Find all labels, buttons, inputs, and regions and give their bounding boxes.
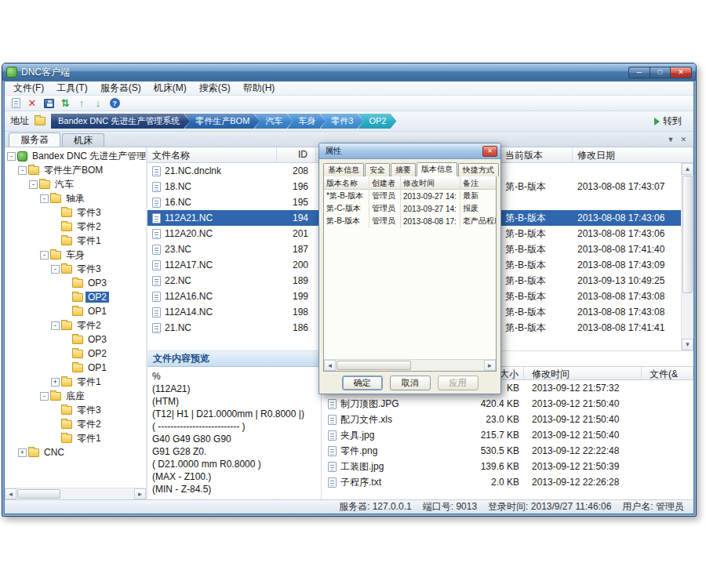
attachment-row[interactable]: 子程序.txt2.0 KB2013-09-12 22:26:28 xyxy=(322,474,693,490)
tree-node[interactable]: -Bandex DNC 先进生产管理系统 xyxy=(5,149,146,163)
go-button[interactable]: 转到 xyxy=(648,113,688,129)
dialog-column-note[interactable]: 备注 xyxy=(460,176,496,189)
dialog-horizontal-scrollbar[interactable]: ◄ ► xyxy=(324,359,496,371)
download-icon[interactable]: ↓ xyxy=(91,96,105,110)
column-header-filename[interactable]: 文件名称 xyxy=(147,147,277,162)
scroll-right-icon[interactable]: ► xyxy=(134,488,146,499)
attachment-row[interactable]: 制刀顶图.JPG420.4 KB2013-09-12 21:50:40 xyxy=(322,396,693,412)
tree-node[interactable]: 零件2 xyxy=(5,220,146,234)
tree-node[interactable]: +CNC xyxy=(5,445,146,459)
dialog-tab[interactable]: 安全 xyxy=(365,163,390,176)
tab-close-icon[interactable]: ✕ xyxy=(680,136,686,143)
minimize-button[interactable]: ─ xyxy=(628,67,650,78)
menu-item[interactable]: 服务器(S) xyxy=(94,81,147,96)
tree-node[interactable]: -汽车 xyxy=(5,177,146,191)
scroll-thumb[interactable] xyxy=(682,176,693,293)
apply-button[interactable]: 应用 xyxy=(438,376,479,390)
cancel-button[interactable]: 取消 xyxy=(390,376,431,390)
tree-node[interactable]: +零件1 xyxy=(5,375,146,389)
dialog-column-mtime[interactable]: 修改时间 xyxy=(401,176,460,189)
attachment-row[interactable]: 配刀文件.xls23.0 KB2013-09-12 21:50:40 xyxy=(322,412,693,427)
delete-icon[interactable]: ✕ xyxy=(25,96,39,110)
transfer-icon[interactable]: ⇅ xyxy=(58,96,72,110)
column-header-mtime[interactable]: 修改时间 xyxy=(524,367,642,379)
menu-item[interactable]: 文件(F) xyxy=(7,81,50,96)
menu-item[interactable]: 搜索(S) xyxy=(193,81,237,96)
scroll-thumb[interactable] xyxy=(337,361,411,370)
help-icon[interactable]: ? xyxy=(107,96,122,110)
tree-node[interactable]: -零件3 xyxy=(5,262,146,276)
tree-node[interactable]: 零件1 xyxy=(5,431,146,445)
scroll-left-icon[interactable]: ◄ xyxy=(5,488,16,499)
tree-node[interactable]: OP3 xyxy=(5,332,146,347)
column-header-modified-date[interactable]: 修改日期 xyxy=(573,147,693,162)
maximize-button[interactable]: □ xyxy=(650,67,671,78)
titlebar[interactable]: DNC客户端 ─ □ ✕ xyxy=(2,64,696,81)
attachment-row[interactable]: 夹具.jpg215.7 KB2013-09-12 21:50:40 xyxy=(322,427,693,443)
view-tab[interactable]: 机床 xyxy=(62,133,104,147)
save-icon[interactable] xyxy=(42,96,56,110)
tree-node[interactable]: 零件1 xyxy=(5,234,146,248)
scroll-right-icon[interactable]: ► xyxy=(484,360,496,371)
upload-icon[interactable]: ↑ xyxy=(75,96,89,110)
close-button[interactable]: ✕ xyxy=(671,67,692,78)
dialog-tab[interactable]: 快捷方式 xyxy=(458,163,499,176)
tree-node[interactable]: 零件2 xyxy=(5,417,146,431)
tree-node[interactable]: -轴承 xyxy=(5,191,146,205)
ok-button[interactable]: 确定 xyxy=(342,376,383,390)
menu-item[interactable]: 帮助(H) xyxy=(237,81,282,96)
breadcrumb-item[interactable]: 车身 xyxy=(287,114,326,129)
attachment-row[interactable]: 零件.png530.5 KB2013-09-12 22:22:48 xyxy=(322,443,693,459)
menu-item[interactable]: 工具(T) xyxy=(50,81,93,96)
collapse-icon[interactable]: - xyxy=(40,194,49,203)
menu-item[interactable]: 机床(M) xyxy=(147,81,193,96)
tree-node[interactable]: 零件3 xyxy=(5,403,146,417)
collapse-icon[interactable]: - xyxy=(29,180,38,189)
dialog-column-creator[interactable]: 创建者 xyxy=(369,176,401,189)
version-row[interactable]: 第-C-版本管理员2013-09-27 14:报废 xyxy=(324,202,496,215)
dialog-column-version-name[interactable]: 版本名称 xyxy=(324,176,369,189)
collapse-icon[interactable]: - xyxy=(51,321,60,330)
dialog-tab[interactable]: 版本信息 xyxy=(417,162,457,176)
version-row[interactable]: *第-B-版本管理员2013-09-27 14:最新 xyxy=(324,190,496,202)
collapse-icon[interactable]: - xyxy=(51,265,60,274)
column-header-current-version[interactable]: 当前版本 xyxy=(500,147,573,162)
tree-node[interactable]: -零件生产BOM xyxy=(5,163,146,177)
dialog-tab[interactable]: 基本信息 xyxy=(323,163,364,176)
tree-node[interactable]: -零件2 xyxy=(5,318,146,332)
version-row[interactable]: 第-B-版本管理员2013-08-08 17:老产品程序 xyxy=(324,215,496,227)
scroll-thumb[interactable] xyxy=(17,489,60,499)
expand-icon[interactable]: + xyxy=(51,378,60,387)
collapse-icon[interactable]: - xyxy=(40,392,49,401)
collapse-icon[interactable]: - xyxy=(40,251,49,260)
scroll-down-icon[interactable]: ▼ xyxy=(682,339,693,350)
dialog-close-button[interactable]: ✕ xyxy=(482,146,497,157)
attachment-row[interactable]: 工装图.jpg139.6 KB2013-09-12 21:50:39 xyxy=(322,459,693,474)
column-header-id[interactable]: ID xyxy=(277,147,316,162)
breadcrumb-item[interactable]: 零件3 xyxy=(320,114,363,129)
breadcrumb-item[interactable]: 汽车 xyxy=(254,114,293,129)
scroll-left-icon[interactable]: ◄ xyxy=(324,360,336,371)
breadcrumb-item[interactable]: 零件生产BOM xyxy=(184,114,260,129)
new-file-icon[interactable] xyxy=(9,96,23,110)
scroll-up-icon[interactable]: ▲ xyxy=(682,163,693,175)
expand-icon[interactable]: + xyxy=(18,448,27,457)
dialog-tab[interactable]: 摘要 xyxy=(391,163,416,176)
file-list-vertical-scrollbar[interactable]: ▲ ▼ xyxy=(681,163,693,350)
breadcrumb-item[interactable]: OP2 xyxy=(358,114,396,129)
breadcrumb-item[interactable]: Bandex DNC 先进生产管理系统 xyxy=(51,114,190,129)
tree-node[interactable]: OP3 xyxy=(5,276,146,290)
collapse-icon[interactable]: - xyxy=(7,152,16,161)
tree-node[interactable]: -车身 xyxy=(5,248,146,262)
tree-node[interactable]: OP2 xyxy=(5,290,146,304)
tree-horizontal-scrollbar[interactable]: ◄ ► xyxy=(5,488,146,499)
tree-node[interactable]: OP1 xyxy=(5,304,146,318)
tree-node[interactable]: OP1 xyxy=(5,361,146,375)
tree-node[interactable]: OP2 xyxy=(5,347,146,361)
dialog-titlebar[interactable]: 属性 ✕ xyxy=(319,143,500,159)
view-tab[interactable]: 服务器 xyxy=(9,132,60,147)
column-header-file[interactable]: 文件(& xyxy=(642,367,693,379)
tree-node[interactable]: 零件3 xyxy=(5,205,146,220)
tab-dropdown-icon[interactable]: ▼ xyxy=(668,136,675,143)
collapse-icon[interactable]: - xyxy=(18,166,27,175)
